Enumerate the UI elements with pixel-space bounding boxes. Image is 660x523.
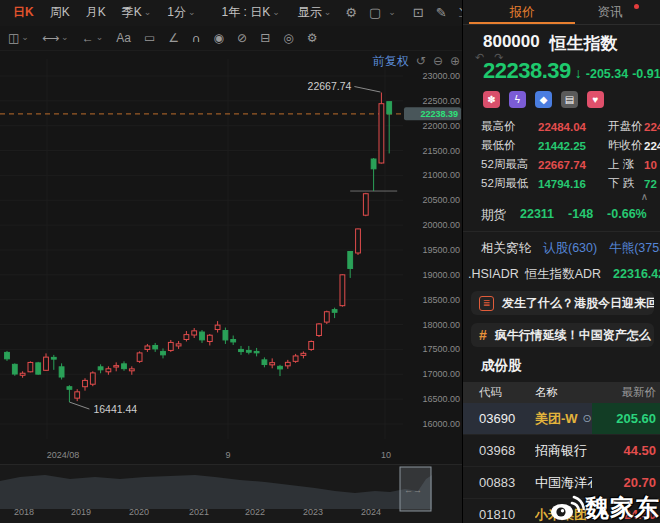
chevron-down-icon: ⌄ (144, 8, 152, 17)
draw-icon[interactable]: ✎ (431, 5, 452, 20)
favorite-badge[interactable]: ♥ (587, 91, 604, 108)
drawing-toolbar: ◫⌄⟷⌄←⌄Aa▭∠∩◉⊘⊟◎⚙ (0, 26, 462, 51)
kline-canvas[interactable]: 23000.0022500.0022000.0021500.0021000.00… (0, 51, 462, 466)
period-week-button[interactable]: 周K (43, 4, 77, 21)
zoom-out-icon[interactable]: ⊖ (433, 54, 443, 68)
stat-label: 52周最高 (481, 157, 538, 172)
svg-text:2024: 2024 (361, 507, 381, 517)
doc-badge[interactable]: ▤ (561, 91, 578, 108)
adr-row[interactable]: .HSIADR 恒生指数ADR 22316.42 (468, 266, 660, 283)
svg-text:2018: 2018 (14, 507, 34, 517)
price-cell: 205.60 (592, 403, 660, 434)
back-icon[interactable]: ↶ (475, 51, 484, 64)
magnet-tool-icon[interactable]: ∩ (192, 31, 201, 45)
svg-text:23000.00: 23000.00 (422, 71, 460, 81)
hide-drawings-tool-icon[interactable]: ⊘ (237, 31, 247, 45)
tab-news[interactable]: 资讯 (575, 0, 645, 24)
topic-hash-icon: # (479, 327, 487, 343)
svg-text:19500.00: 19500.00 (422, 245, 460, 255)
news-item[interactable]: ≣ 发生了什么？港股今日迎来回 (471, 291, 654, 315)
reset-zoom-icon[interactable]: ↺ (416, 54, 426, 68)
time-navigator[interactable]: 2018201920202021202220232024←→ (0, 464, 462, 523)
table-row[interactable]: 03690 美团-W⊙ 205.60 (463, 403, 660, 435)
period-day-button[interactable]: 日K (6, 4, 41, 21)
svg-text:16000.00: 16000.00 (422, 419, 460, 429)
divider (463, 231, 660, 232)
svg-text:2021: 2021 (189, 507, 209, 517)
notification-dot (634, 4, 639, 9)
period-quarter-button[interactable]: 季K⌄ (115, 4, 159, 21)
quote-body: ↶ ↷ 800000 恒生指数 22238.39 ↓ -205.34 -0.91… (463, 25, 660, 523)
chart-style-tool-icon[interactable]: ◫⌄ (8, 31, 29, 45)
period-month-button[interactable]: 月K (79, 4, 113, 21)
chevron-down-icon[interactable]: ⌄ (388, 8, 396, 17)
stat-label: 昨收价 (608, 138, 644, 153)
line-arrow-tool-icon[interactable]: ←⌄ (82, 31, 104, 45)
stat-label: 最低价 (481, 138, 538, 153)
svg-text:2022: 2022 (245, 507, 265, 517)
news-item[interactable]: # 疯牛行情延续！中国资产怎么 (471, 323, 654, 347)
chart-settings-icon[interactable]: ⚙ (340, 5, 362, 20)
flash-badge[interactable]: ϟ (509, 91, 526, 108)
hk-market-badge[interactable]: ✽ (483, 91, 500, 108)
drawing-settings-tool-icon[interactable]: ⚙ (307, 31, 318, 45)
svg-text:20000.00: 20000.00 (422, 220, 460, 230)
down-arrow-icon: ↓ (575, 65, 582, 81)
eye-icon: ⊙ (583, 412, 592, 425)
chart-panel: 日K 周K 月K 季K⌄ 1分⌄ 1年 : 日K⌄ 显示⌄ ⚙ ▢ ⌄ ⊡ ✎ … (0, 0, 462, 523)
quote-tabs: 报价 资讯 (463, 0, 660, 25)
trading-app-window: 日K 周K 月K 季K⌄ 1分⌄ 1年 : 日K⌄ 显示⌄ ⚙ ▢ ⌄ ⊡ ✎ … (0, 0, 660, 523)
collapse-chevron-icon[interactable]: ∧ (641, 191, 648, 202)
stock-name: 恒生指数 (550, 32, 618, 55)
price-change: -205.34 (586, 67, 628, 81)
candlestick-chart[interactable]: 23000.0022500.0022000.0021500.0021000.00… (0, 51, 462, 464)
compare-tool-icon[interactable]: ◎ (283, 31, 293, 45)
svg-text:10: 10 (381, 450, 391, 460)
forward-adjust-toggle[interactable]: 前复权 (373, 53, 409, 70)
screenshot-icon[interactable]: ⊡ (408, 5, 429, 20)
svg-text:2019: 2019 (71, 507, 91, 517)
svg-text:22500.00: 22500.00 (422, 96, 460, 106)
futures-pct: -0.66% (607, 207, 647, 224)
zoom-in-icon[interactable]: ⊕ (450, 54, 460, 68)
constituents-title: 成份股 (481, 357, 660, 375)
stat-value-open: 22484.04 (644, 121, 660, 133)
layout-icon[interactable]: ▢ (364, 5, 386, 20)
quick-action-badges: ✽ϟ◆▤♥ (483, 91, 660, 108)
futures-price: 22311 (520, 207, 554, 224)
news-title: 疯牛行情延续！中国资产怎么 (495, 327, 651, 344)
adr-code: .HSIADR (468, 267, 519, 281)
forward-icon[interactable]: ↷ (494, 51, 503, 64)
chevron-down-icon: ⌄ (324, 8, 332, 17)
tab-quote[interactable]: 报价 (469, 0, 575, 24)
svg-text:22667.74: 22667.74 (308, 79, 352, 91)
svg-text:16441.44: 16441.44 (93, 403, 137, 415)
stat-value-high: 22484.04 (538, 121, 608, 133)
comment-tool-icon[interactable]: ▭ (144, 31, 155, 45)
text-tool-icon[interactable]: Aa (116, 31, 131, 45)
stat-value-prev-close: 22443.73 (644, 140, 660, 152)
header-code: 代码 (463, 385, 535, 400)
display-dropdown[interactable]: 显示⌄ (291, 4, 339, 21)
futures-label: 期货 (481, 207, 506, 224)
period-1min-button[interactable]: 1分⌄ (160, 4, 202, 21)
svg-text:19000.00: 19000.00 (422, 270, 460, 280)
tag-badge[interactable]: ◆ (535, 91, 552, 108)
measure-tool-icon[interactable]: ⟷⌄ (42, 31, 69, 45)
weibo-icon (549, 494, 585, 522)
call-warrants-link[interactable]: 认股(630) (543, 240, 597, 257)
delete-drawings-tool-icon[interactable]: ⊟ (260, 31, 270, 45)
trendline-tool-icon[interactable]: ∠ (168, 31, 179, 45)
chevron-down-icon: ⌄ (272, 8, 280, 17)
table-row[interactable]: 03968 招商银行 44.50 (463, 435, 660, 467)
futures-row[interactable]: 期货 22311 -148 -0.66% (481, 207, 660, 224)
header-price: 最新价 (592, 382, 660, 403)
news-doc-icon: ≣ (479, 296, 494, 311)
sticker-tool-icon[interactable]: ◉ (214, 31, 224, 45)
stat-label: 52周最低 (481, 176, 538, 191)
chevron-down-icon: ⌄ (188, 8, 196, 17)
stats-grid: 最高价 22484.04 开盘价 22484.04 最低价 21442.25 昨… (481, 117, 660, 193)
range-period-selector[interactable]: 1年 : 日K⌄ (215, 4, 287, 21)
bull-bear-link[interactable]: 牛熊(3753) (609, 240, 660, 257)
watermark: 魏家东 (549, 492, 660, 523)
